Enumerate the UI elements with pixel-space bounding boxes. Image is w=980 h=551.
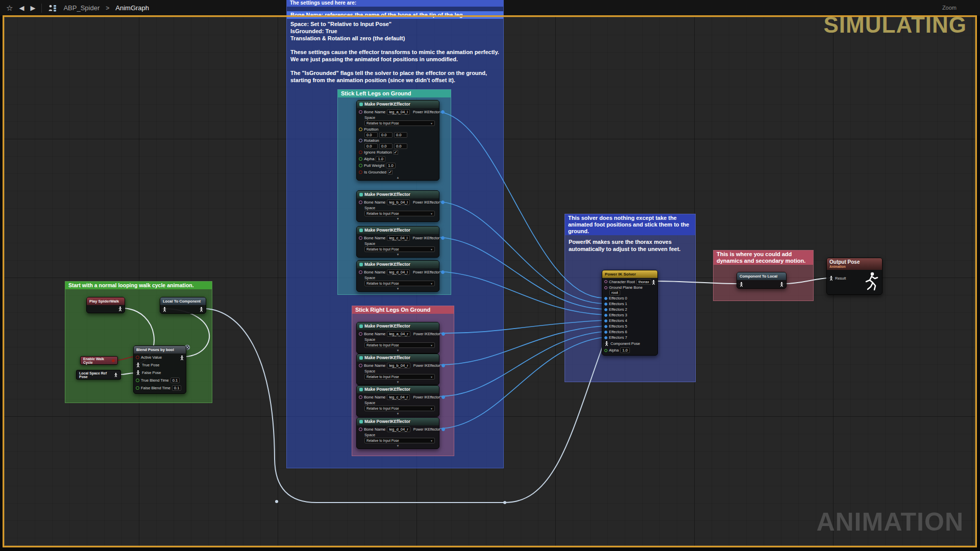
true-blend-time-pin[interactable] bbox=[136, 379, 139, 382]
bone-name-value[interactable]: leg_d_04_l bbox=[387, 269, 410, 275]
true-pose-pin[interactable] bbox=[136, 362, 140, 368]
ground-plane-bone-pin[interactable] bbox=[604, 286, 607, 289]
make-powerik-effector-node[interactable]: Make PowerIKEffector Bone Nameleg_c_04_l… bbox=[356, 226, 439, 258]
make-powerik-effector-node[interactable]: Make PowerIKEffector Bone Nameleg_b_04_l… bbox=[356, 190, 439, 222]
is-grounded-checkbox[interactable]: ✓ bbox=[388, 170, 393, 174]
effector-input-pin[interactable] bbox=[604, 297, 607, 300]
node-header[interactable]: Output Pose Animation bbox=[827, 258, 882, 270]
make-powerik-effector-node[interactable]: Make PowerIKEffector Bone Nameleg_d_04_l… bbox=[356, 260, 439, 292]
expand-node-arrow[interactable]: ▼ bbox=[357, 348, 439, 353]
pose-output-pin[interactable] bbox=[118, 306, 122, 312]
ignore-rotation-pin[interactable] bbox=[359, 151, 362, 154]
breadcrumb-animgraph[interactable]: AnimGraph bbox=[115, 4, 149, 12]
make-powerik-effector-node[interactable]: Make PowerIKEffector Bone Nameleg_a_04_r… bbox=[356, 322, 439, 354]
comment-left-legs-title[interactable]: Stick Left Legs on Ground bbox=[338, 90, 451, 97]
bone-name-pin[interactable] bbox=[359, 270, 362, 274]
node-header[interactable]: Make PowerIKEffector bbox=[357, 418, 439, 425]
position-z-value[interactable]: 0.0 bbox=[394, 132, 407, 138]
pull-weight-value[interactable]: 1.0 bbox=[386, 163, 395, 168]
expand-node-arrow[interactable]: ▼ bbox=[357, 253, 439, 257]
expand-node-arrow[interactable]: ▼ bbox=[357, 412, 439, 416]
bone-name-pin[interactable] bbox=[359, 332, 362, 336]
result-pose-pin[interactable] bbox=[829, 276, 834, 281]
bone-name-pin[interactable] bbox=[359, 110, 362, 114]
position-x-value[interactable]: 0.0 bbox=[364, 132, 378, 138]
bone-name-value[interactable]: leg_a_04_l bbox=[387, 109, 410, 115]
space-dropdown[interactable]: Relative to Input Pose▼ bbox=[364, 374, 435, 380]
is-grounded-pin[interactable] bbox=[359, 170, 362, 174]
node-header[interactable]: Make PowerIKEffector bbox=[357, 191, 439, 198]
rotation-z-value[interactable]: 0.0 bbox=[394, 143, 407, 149]
bone-name-value[interactable]: leg_c_04_l bbox=[387, 235, 409, 241]
effector-output-pin[interactable] bbox=[442, 332, 445, 336]
effector-input-pin[interactable] bbox=[604, 325, 607, 328]
true-blend-time-value[interactable]: 0.1 bbox=[170, 378, 180, 383]
pose-input-pin[interactable] bbox=[739, 282, 744, 287]
node-header[interactable]: Local To Component bbox=[160, 297, 206, 305]
component-to-local-node[interactable]: Component To Local bbox=[737, 272, 787, 289]
rotation-pin[interactable] bbox=[359, 139, 362, 142]
expand-node-arrow[interactable]: ▼ bbox=[357, 444, 439, 448]
blend-poses-by-bool-node[interactable]: Blend Poses by bool Active Value True Po… bbox=[133, 345, 186, 394]
local-to-component-node[interactable]: Local To Component bbox=[160, 297, 206, 314]
node-header[interactable]: Make PowerIKEffector bbox=[357, 227, 439, 234]
effector-input-pin[interactable] bbox=[604, 319, 607, 322]
output-pose-node[interactable]: Output Pose Animation Result bbox=[826, 258, 883, 295]
favorite-star-icon[interactable]: ☆ bbox=[6, 0, 13, 16]
bone-name-value[interactable]: leg_d_04_r bbox=[387, 427, 410, 432]
space-dropdown[interactable]: Relative to Input Pose▼ bbox=[364, 406, 435, 411]
bone-name-pin[interactable] bbox=[359, 395, 362, 399]
effector-input-pin[interactable] bbox=[604, 336, 607, 339]
ground-plane-bone-value[interactable]: root bbox=[609, 290, 620, 295]
bone-name-pin[interactable] bbox=[359, 364, 362, 367]
space-dropdown[interactable]: Relative to Input Pose▼ bbox=[364, 246, 435, 252]
make-powerik-effector-node[interactable]: Make PowerIKEffector Bone Nameleg_b_04_r… bbox=[356, 354, 439, 385]
ignore-rotation-checkbox[interactable]: ✓ bbox=[394, 150, 398, 155]
effector-input-pin[interactable] bbox=[604, 308, 607, 311]
false-blend-time-pin[interactable] bbox=[136, 386, 139, 390]
pose-output-pin[interactable] bbox=[180, 355, 184, 361]
position-pin[interactable] bbox=[359, 128, 362, 131]
alpha-pin[interactable] bbox=[604, 349, 607, 352]
character-root-value[interactable]: thorax bbox=[636, 279, 651, 285]
effector-input-pin[interactable] bbox=[604, 314, 607, 317]
effector-output-pin[interactable] bbox=[441, 201, 445, 204]
component-pose-pin[interactable] bbox=[604, 341, 609, 346]
effector-output-pin[interactable] bbox=[442, 364, 445, 367]
pose-output-pin[interactable] bbox=[651, 280, 656, 285]
effector-input-pin[interactable] bbox=[604, 303, 607, 306]
alpha-pin[interactable] bbox=[359, 157, 362, 161]
expand-node-arrow[interactable]: ▼ bbox=[357, 287, 439, 291]
alpha-value[interactable]: 1.0 bbox=[620, 347, 629, 353]
effector-output-pin[interactable] bbox=[442, 395, 445, 399]
space-dropdown[interactable]: Relative to Input Pose▼ bbox=[364, 438, 435, 443]
pose-output-pin[interactable] bbox=[779, 282, 784, 287]
node-header[interactable]: Component To Local bbox=[737, 272, 786, 280]
comment-solver-title[interactable]: This solver does nothing except take the… bbox=[565, 214, 695, 235]
space-dropdown[interactable]: Relative to Input Pose▼ bbox=[364, 211, 435, 216]
node-header[interactable]: Play SpiderWalk bbox=[87, 297, 125, 305]
rotation-x-value[interactable]: 0.0 bbox=[364, 143, 378, 149]
rotation-y-value[interactable]: 0.0 bbox=[379, 143, 393, 149]
bone-name-pin[interactable] bbox=[359, 236, 362, 240]
node-header[interactable]: Make PowerIKEffector bbox=[357, 261, 439, 268]
enable-walk-cycle-node[interactable]: Enable Walk Cycle bbox=[80, 356, 118, 365]
bool-output-pin[interactable] bbox=[112, 359, 115, 362]
bone-name-value[interactable]: leg_c_04_r bbox=[387, 394, 410, 400]
power-ik-solver-node[interactable]: Power IK Solver Character Rootthorax Gro… bbox=[602, 270, 658, 356]
bone-name-value[interactable]: leg_b_04_l bbox=[387, 199, 410, 205]
pose-output-pin[interactable] bbox=[114, 372, 118, 378]
make-powerik-effector-node-expanded[interactable]: Make PowerIKEffector Bone Nameleg_a_04_l… bbox=[356, 100, 439, 181]
make-powerik-effector-node[interactable]: Make PowerIKEffector Bone Nameleg_c_04_r… bbox=[356, 385, 439, 417]
false-blend-time-value[interactable]: 0.1 bbox=[172, 385, 181, 391]
node-header[interactable]: Make PowerIKEffector bbox=[357, 354, 439, 362]
expand-node-arrow[interactable]: ▼ bbox=[357, 217, 439, 221]
false-pose-pin[interactable] bbox=[136, 370, 140, 375]
comment-right-legs-title[interactable]: Stick Right Legs On Ground bbox=[352, 306, 454, 314]
node-header[interactable]: Blend Poses by bool bbox=[134, 346, 186, 354]
effector-output-pin[interactable] bbox=[441, 270, 445, 274]
effector-output-pin[interactable] bbox=[441, 110, 445, 114]
active-value-pin[interactable] bbox=[136, 356, 139, 359]
comment-settings-title[interactable]: The settings used here are: bbox=[287, 0, 503, 7]
pull-weight-pin[interactable] bbox=[359, 164, 362, 167]
